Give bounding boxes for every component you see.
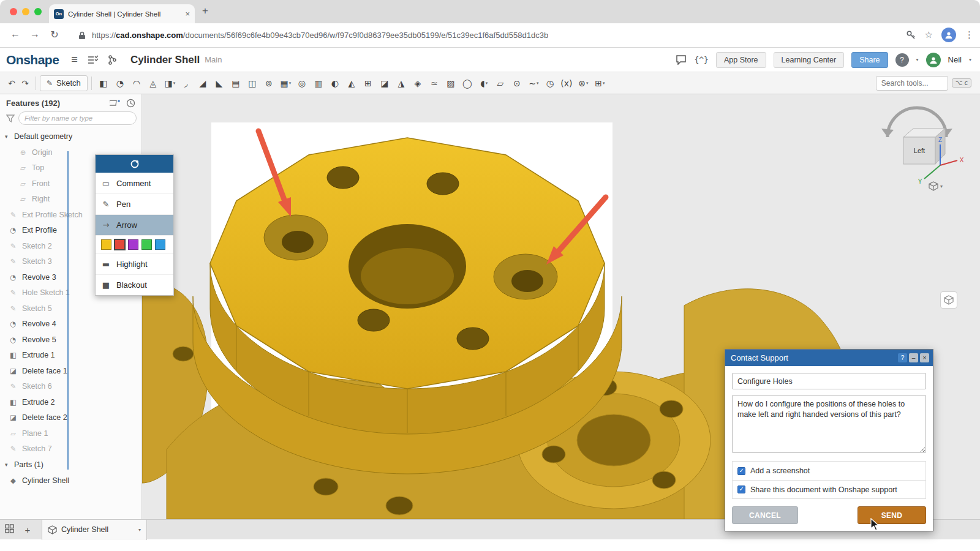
rollback-bar[interactable] bbox=[67, 151, 69, 470]
user-avatar[interactable] bbox=[926, 53, 941, 67]
feature-sketch-6[interactable]: ✎ Sketch 6 bbox=[0, 379, 141, 395]
transform-icon[interactable]: ⊞ bbox=[360, 75, 377, 91]
history-icon[interactable]: ◷ bbox=[542, 75, 559, 91]
part-cylinder-shell[interactable]: ◆ Cylinder Shell bbox=[0, 473, 141, 489]
partstudio-tab[interactable]: Cylinder Shell ▾ bbox=[42, 520, 147, 540]
feature-plane-1[interactable]: ▱ Plane 1 bbox=[0, 425, 141, 441]
featurescript-icon[interactable]: {^} bbox=[694, 55, 708, 64]
pen-tool[interactable]: ✎ Pen bbox=[96, 193, 173, 214]
thicken-icon[interactable]: ◨▾ bbox=[162, 75, 178, 91]
browser-menu-icon[interactable]: ⋮ bbox=[965, 29, 974, 40]
history-clock-icon[interactable] bbox=[126, 99, 135, 108]
annotation-popup-header[interactable] bbox=[96, 155, 173, 173]
window-zoom-button[interactable] bbox=[34, 8, 42, 15]
view-options-button[interactable]: ▾ bbox=[929, 181, 943, 191]
custom-feature-icon[interactable]: ⊛▾ bbox=[575, 75, 592, 91]
onshape-logo[interactable]: Onshape bbox=[6, 53, 59, 67]
shell-icon[interactable]: ◫ bbox=[244, 75, 261, 91]
feature-filter-input[interactable] bbox=[18, 111, 137, 125]
sweep-icon[interactable]: ◠ bbox=[129, 75, 145, 91]
plane-icon[interactable]: ▱ bbox=[492, 75, 509, 91]
comment-tool[interactable]: ▭ Comment bbox=[96, 173, 173, 193]
bookmark-star-icon[interactable]: ☆ bbox=[925, 29, 933, 40]
move-face-icon[interactable]: ◮ bbox=[393, 75, 410, 91]
add-tab-button[interactable]: + bbox=[18, 525, 37, 535]
versions-icon[interactable] bbox=[88, 55, 98, 65]
subject-input[interactable] bbox=[732, 373, 926, 389]
linear-pattern-icon[interactable]: ▦▾ bbox=[277, 75, 294, 91]
redo-icon[interactable]: ↷ bbox=[18, 78, 32, 88]
cancel-button[interactable]: CANCEL bbox=[732, 506, 798, 524]
fill-icon[interactable]: ▨ bbox=[443, 75, 459, 91]
dialog-help-button[interactable]: ? bbox=[898, 353, 907, 362]
sketch-button[interactable]: ✎ Sketch bbox=[40, 75, 88, 91]
workspace-name[interactable]: Main bbox=[205, 55, 222, 64]
view-cube-face-label[interactable]: Left bbox=[914, 147, 925, 154]
checkbox[interactable] bbox=[737, 485, 745, 493]
wrap-icon[interactable]: ◯ bbox=[459, 75, 476, 91]
dialog-minimize-button[interactable]: ‒ bbox=[909, 353, 918, 362]
loft-icon[interactable]: ◬ bbox=[145, 75, 162, 91]
share-document-option[interactable]: Share this document with Onshape support bbox=[733, 480, 925, 498]
insert-plane-icon[interactable] bbox=[110, 99, 121, 107]
reload-icon[interactable]: ↻ bbox=[48, 29, 61, 40]
extrude-icon[interactable]: ◧ bbox=[96, 75, 112, 91]
offset-surface-icon[interactable]: ≈ bbox=[426, 75, 443, 91]
site-info-icon[interactable] bbox=[78, 31, 86, 40]
feature-delete-face-2[interactable]: ◪ Delete face 2 bbox=[0, 410, 141, 426]
tab-close-icon[interactable]: × bbox=[185, 9, 190, 18]
mirror-icon[interactable]: ▥ bbox=[311, 75, 327, 91]
chamfer-icon[interactable]: ◢ bbox=[195, 75, 211, 91]
history-branch-icon[interactable] bbox=[108, 55, 117, 65]
window-close-button[interactable] bbox=[10, 8, 17, 15]
password-key-icon[interactable] bbox=[906, 30, 916, 40]
highlight-tool[interactable]: ▬ Highlight bbox=[96, 253, 173, 274]
color-swatch-green[interactable] bbox=[141, 239, 152, 250]
feature-group-default-geometry[interactable]: ▾ Default geometry bbox=[0, 129, 141, 144]
dialog-close-button[interactable]: × bbox=[920, 353, 929, 362]
fillet-icon[interactable]: ◞ bbox=[178, 75, 195, 91]
browser-profile-avatar[interactable] bbox=[941, 28, 956, 42]
variable-icon[interactable]: (x) bbox=[559, 75, 575, 91]
curve-icon[interactable]: ∼▾ bbox=[526, 75, 542, 91]
rib-icon[interactable]: ▤ bbox=[228, 75, 244, 91]
color-swatch-purple[interactable] bbox=[128, 239, 138, 250]
feature-delete-face-1[interactable]: ◪ Delete face 1 bbox=[0, 363, 141, 379]
color-swatch-red[interactable] bbox=[115, 239, 125, 250]
feature-extrude-2[interactable]: ◧ Extrude 2 bbox=[0, 394, 141, 410]
tab-caret-icon[interactable]: ▾ bbox=[138, 527, 141, 533]
add-screenshot-option[interactable]: Add a screenshot bbox=[733, 462, 925, 480]
parts-group[interactable]: ▾ Parts (1) bbox=[0, 457, 141, 473]
browser-tab[interactable]: On Cylinder Shell | Cylinder Shell × bbox=[49, 4, 195, 23]
helix-icon[interactable]: ◖▾ bbox=[476, 75, 492, 91]
insert-icon[interactable]: ⊞▾ bbox=[592, 75, 608, 91]
message-textarea[interactable]: How do I configure the positions of thes… bbox=[732, 395, 926, 453]
address-field[interactable]: https://cad.onshape.com/documents/56f69c… bbox=[92, 31, 548, 40]
arrow-tool[interactable]: → Arrow bbox=[96, 214, 173, 235]
point-icon[interactable]: ⊙ bbox=[509, 75, 526, 91]
replace-face-icon[interactable]: ◈ bbox=[410, 75, 426, 91]
delete-face-icon[interactable]: ◪ bbox=[377, 75, 393, 91]
help-button[interactable]: ? bbox=[895, 53, 909, 67]
view-tools-button[interactable] bbox=[940, 291, 957, 309]
search-tools-input[interactable] bbox=[876, 76, 948, 91]
split-icon[interactable]: ◭ bbox=[344, 75, 360, 91]
feature-revolve-4[interactable]: ◔ Revolve 4 bbox=[0, 317, 141, 332]
forward-icon[interactable]: → bbox=[28, 29, 42, 40]
app-store-button[interactable]: App Store bbox=[716, 52, 766, 68]
circular-pattern-icon[interactable]: ◎ bbox=[294, 75, 311, 91]
color-swatch-yellow[interactable] bbox=[101, 239, 111, 250]
feature-sketch-7[interactable]: ✎ Sketch 7 bbox=[0, 441, 141, 457]
dialog-header[interactable]: Contact Support ? ‒ × bbox=[725, 350, 933, 366]
comments-icon[interactable] bbox=[676, 54, 687, 65]
view-cube[interactable]: Left Z X Y bbox=[868, 99, 966, 191]
hole-icon[interactable]: ⊚ bbox=[261, 75, 277, 91]
main-menu-icon[interactable]: ≡ bbox=[71, 53, 78, 66]
feature-revolve-5[interactable]: ◔ Revolve 5 bbox=[0, 332, 141, 348]
feature-extrude-1[interactable]: ◧ Extrude 1 bbox=[0, 348, 141, 364]
checkbox[interactable] bbox=[737, 467, 745, 475]
draft-icon[interactable]: ◣ bbox=[211, 75, 228, 91]
new-tab-button[interactable]: + bbox=[202, 5, 208, 17]
back-icon[interactable]: ← bbox=[9, 29, 22, 40]
revolve-icon[interactable]: ◔ bbox=[112, 75, 129, 91]
